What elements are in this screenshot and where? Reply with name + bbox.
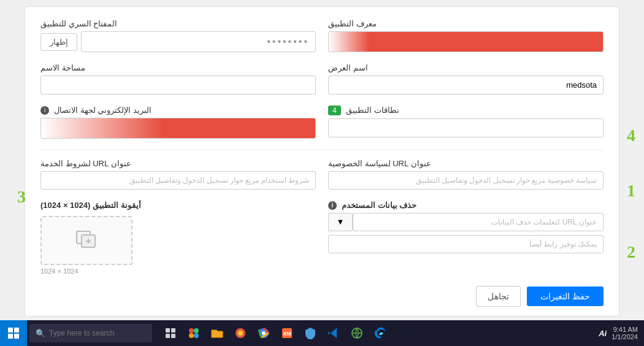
task-view-icon[interactable] bbox=[159, 322, 182, 344]
file-explorer-icon[interactable] bbox=[206, 322, 228, 344]
vpn-icon[interactable] bbox=[346, 322, 368, 344]
ai-badge[interactable]: Ai bbox=[599, 329, 607, 338]
annotation-4: 4 bbox=[627, 126, 635, 145]
annotation-1: 1 bbox=[627, 181, 635, 201]
taskbar: 🔍 bbox=[0, 320, 644, 346]
colorful-icon[interactable] bbox=[183, 322, 205, 344]
row-tags-email: نطاقات التطبيق 4 البريد الإلكتروني لجهة … bbox=[40, 106, 604, 139]
namespace-input[interactable] bbox=[40, 75, 316, 94]
secret-key-input[interactable] bbox=[81, 31, 316, 52]
terms-url-input[interactable] bbox=[40, 171, 316, 190]
ignore-button[interactable]: تجاهل bbox=[476, 286, 521, 307]
svg-text:XM: XM bbox=[283, 331, 291, 337]
taskbar-search[interactable]: 🔍 bbox=[29, 324, 152, 342]
shield-icon[interactable] bbox=[299, 322, 321, 344]
chrome-icon[interactable] bbox=[253, 322, 275, 344]
divider-1 bbox=[40, 150, 604, 150]
svg-point-8 bbox=[189, 328, 194, 333]
clock-time: 9:41 AM bbox=[611, 326, 638, 333]
delete-data-label: حذف بيانات المستخدم i bbox=[328, 201, 416, 210]
search-input[interactable] bbox=[49, 329, 135, 337]
windows-logo-icon bbox=[8, 328, 19, 339]
namespace-group: مساحة الاسم bbox=[40, 63, 316, 94]
svg-point-11 bbox=[194, 333, 199, 338]
svg-point-13 bbox=[238, 331, 243, 336]
vscode-icon[interactable] bbox=[323, 322, 345, 344]
icon-size-label: 1024 × 1024 bbox=[40, 267, 79, 275]
edge-icon[interactable] bbox=[369, 322, 391, 344]
tags-badge: 4 bbox=[328, 106, 341, 115]
clock-date: 1/1/2024 bbox=[611, 333, 638, 340]
app-icon-group: أيقونة التطبيق (1024 × 1024) 1024 × 1024 bbox=[40, 201, 316, 275]
privacy-url-group: عنوان URL لسياسة الخصوصية bbox=[328, 159, 604, 190]
firefox-icon[interactable] bbox=[229, 322, 251, 344]
taskbar-right: Ai 9:41 AM 1/1/2024 bbox=[599, 326, 644, 340]
terms-url-group: عنوان URL لشروط الخدمة bbox=[40, 159, 316, 190]
app-icon-label: أيقونة التطبيق (1024 × 1024) bbox=[40, 201, 141, 210]
terms-url-label: عنوان URL لشروط الخدمة bbox=[40, 159, 131, 168]
secret-key-row: إظهار bbox=[40, 31, 316, 52]
row-app-credentials: معرف التطبيق المفتاح السري للتطبيق إظهار bbox=[40, 19, 604, 52]
icon-upload-area[interactable] bbox=[40, 216, 132, 265]
xtm-icon[interactable]: XM bbox=[276, 322, 298, 344]
row-delete-icon: حذف بيانات المستخدم i ▼ أيقونة التطبيق (… bbox=[40, 201, 604, 275]
save-button[interactable]: حفظ التغيرات bbox=[527, 286, 604, 306]
svg-rect-4 bbox=[166, 328, 170, 333]
privacy-url-input[interactable] bbox=[328, 171, 604, 190]
display-name-label: اسم العرض bbox=[328, 63, 368, 72]
taskbar-center: XM bbox=[159, 322, 391, 344]
contact-email-group: البريد الإلكتروني لجهة الاتصال i bbox=[40, 106, 316, 139]
show-secret-button[interactable]: إظهار bbox=[40, 33, 77, 51]
upload-icon bbox=[75, 228, 98, 254]
search-icon: 🔍 bbox=[36, 329, 45, 338]
delete-url-row: ▼ bbox=[328, 213, 604, 231]
secret-key-group: المفتاح السري للتطبيق إظهار bbox=[40, 19, 316, 52]
row-urls: عنوان URL لسياسة الخصوصية عنوان URL لشرو… bbox=[40, 159, 604, 190]
app-id-label: معرف التطبيق bbox=[328, 19, 377, 28]
app-tags-input[interactable] bbox=[328, 118, 604, 137]
namespace-label: مساحة الاسم bbox=[40, 63, 85, 72]
svg-rect-5 bbox=[171, 328, 175, 333]
contact-email-info-icon[interactable]: i bbox=[40, 106, 49, 115]
row-names: اسم العرض مساحة الاسم bbox=[40, 63, 604, 94]
app-tags-label: نطاقات التطبيق 4 bbox=[328, 106, 399, 115]
app-tags-group: نطاقات التطبيق 4 bbox=[328, 106, 604, 139]
taskbar-clock: 9:41 AM 1/1/2024 bbox=[611, 326, 638, 340]
delete-url-dropdown[interactable]: ▼ bbox=[328, 213, 353, 231]
display-name-group: اسم العرض bbox=[328, 63, 604, 94]
app-id-group: معرف التطبيق bbox=[328, 19, 604, 52]
bottom-actions: حفظ التغيرات تجاهل bbox=[40, 286, 604, 307]
privacy-url-label: عنوان URL لسياسة الخصوصية bbox=[328, 159, 431, 168]
main-form: معرف التطبيق المفتاح السري للتطبيق إظهار… bbox=[25, 6, 619, 317]
start-button[interactable] bbox=[0, 320, 27, 346]
app-id-input[interactable] bbox=[328, 31, 604, 52]
svg-point-10 bbox=[189, 333, 194, 338]
contact-email-label: البريد الإلكتروني لجهة الاتصال i bbox=[40, 106, 151, 115]
delete-data-info-icon[interactable]: i bbox=[328, 201, 337, 210]
display-name-input[interactable] bbox=[328, 75, 604, 94]
extra-link-input[interactable] bbox=[328, 235, 604, 253]
delete-data-group: حذف بيانات المستخدم i ▼ bbox=[328, 201, 604, 275]
svg-rect-6 bbox=[166, 334, 170, 338]
svg-point-9 bbox=[194, 328, 199, 333]
contact-email-input[interactable] bbox=[40, 118, 316, 139]
delete-url-input[interactable] bbox=[353, 213, 604, 231]
annotation-2: 2 bbox=[627, 242, 635, 262]
secret-key-label: المفتاح السري للتطبيق bbox=[40, 19, 117, 28]
svg-rect-7 bbox=[171, 334, 175, 338]
